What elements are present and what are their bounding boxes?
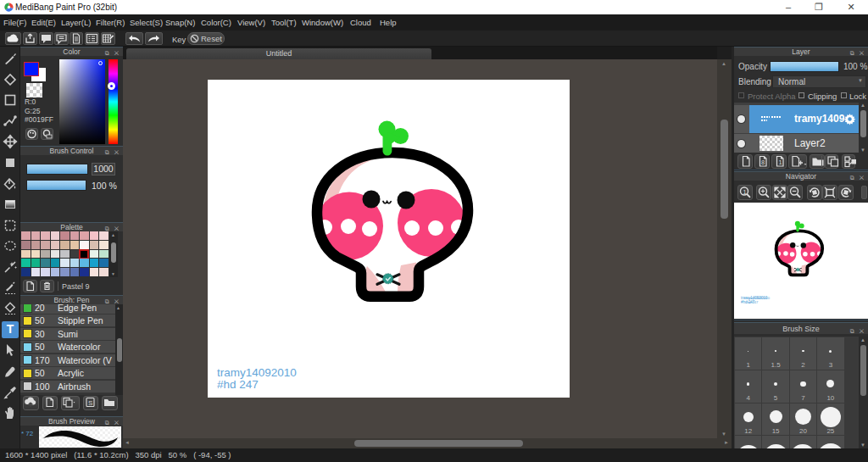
svg-text:8: 8 bbox=[761, 159, 765, 166]
svg-text:#hd 247: #hd 247 bbox=[217, 378, 259, 391]
svg-text:S: S bbox=[88, 399, 92, 407]
svg-text:1: 1 bbox=[743, 188, 747, 196]
svg-text:1: 1 bbox=[779, 159, 782, 166]
svg-text:tramy14092010: tramy14092010 bbox=[217, 366, 297, 379]
